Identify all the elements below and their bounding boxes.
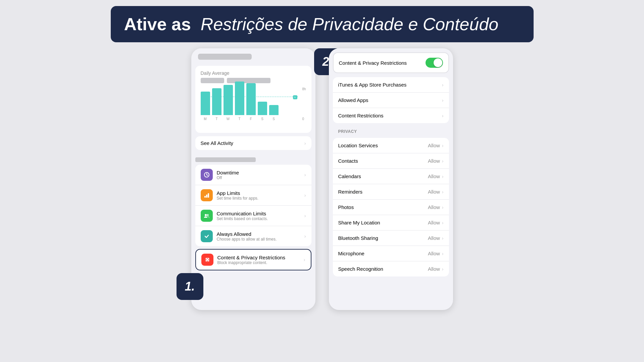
list-item-always-allowed[interactable]: Always Allowed Choose apps to allow at a…: [195, 226, 311, 246]
list-item-app-limits[interactable]: App Limits Set time limits for apps. ›: [195, 185, 311, 206]
svg-point-4: [205, 214, 207, 216]
right-item-bluetooth[interactable]: Bluetooth Sharing Allow ›: [333, 230, 449, 246]
content-restrictions-chevron-icon: ›: [442, 113, 444, 118]
app-limits-icon: [201, 189, 213, 201]
microphone-chevron-icon: ›: [442, 251, 444, 256]
itunes-label: iTunes & App Store Purchases: [338, 82, 442, 88]
location-value: Allow: [428, 143, 440, 148]
bar-t1: T: [212, 88, 221, 121]
speech-label: Speech Recognition: [338, 266, 428, 272]
bar-value-s1: [258, 102, 267, 115]
phone-header: [191, 48, 315, 66]
left-panel-container: Daily Average 8h 0 ≈ M: [191, 48, 315, 310]
communication-chevron-icon: ›: [304, 213, 306, 218]
bar-value-t1: [212, 88, 221, 115]
app-limits-text: App Limits Set time limits for apps.: [217, 190, 304, 201]
bar-t2: T: [235, 82, 244, 121]
section-blur-bar: [195, 157, 256, 162]
reminders-label: Reminders: [338, 189, 428, 195]
app-limits-title: App Limits: [217, 190, 304, 196]
itunes-chevron-icon: ›: [442, 82, 444, 88]
share-location-value: Allow: [428, 220, 440, 225]
see-all-activity-row[interactable]: See All Activity ›: [195, 136, 311, 150]
bluetooth-value: Allow: [428, 235, 440, 241]
chart-avg-badge: ≈: [293, 95, 297, 99]
allowed-apps-label: Allowed Apps: [338, 97, 442, 103]
downtime-subtitle: Off: [217, 175, 304, 180]
communication-text: Communication Limits Set limits based on…: [217, 211, 304, 221]
list-item-communication[interactable]: Communication Limits Set limits based on…: [195, 206, 311, 226]
bar-label-t1: T: [215, 117, 217, 121]
spacer-1: [191, 133, 315, 136]
always-allowed-title: Always Allowed: [217, 231, 304, 237]
bar-label-f: F: [250, 117, 252, 121]
right-item-itunes[interactable]: iTunes & App Store Purchases ›: [333, 77, 449, 93]
y-label-bottom: 0: [302, 117, 306, 121]
bar-value-s2: [269, 105, 279, 115]
bar-label-m: M: [204, 117, 206, 121]
right-item-allowed-apps[interactable]: Allowed Apps ›: [333, 93, 449, 108]
main-panels: Daily Average 8h 0 ≈ M: [191, 48, 453, 310]
chart-dashed-line: [201, 97, 298, 97]
content-privacy-text: Content & Privacy Restrictions Block ina…: [217, 255, 304, 265]
bar-s1: S: [258, 102, 267, 121]
content-privacy-title: Content & Privacy Restrictions: [217, 255, 304, 260]
svg-rect-3: [208, 193, 209, 198]
content-privacy-subtitle: Block inappropriate content.: [217, 260, 304, 265]
right-item-share-location[interactable]: Share My Location Allow ›: [333, 215, 449, 230]
communication-subtitle: Set limits based on contacts.: [217, 216, 304, 221]
right-item-location[interactable]: Location Services Allow ›: [333, 138, 449, 153]
always-allowed-subtitle: Choose apps to allow at all times.: [217, 237, 304, 242]
right-section-privacy: Location Services Allow › Contacts Allow…: [333, 138, 449, 276]
bluetooth-chevron-icon: ›: [442, 236, 444, 241]
reminders-value: Allow: [428, 189, 440, 195]
right-item-speech[interactable]: Speech Recognition Allow ›: [333, 261, 449, 276]
photos-chevron-icon: ›: [442, 205, 444, 210]
allowed-apps-chevron-icon: ›: [442, 98, 444, 103]
downtime-icon: [201, 169, 213, 181]
list-section-main: Downtime Off › App Limit: [195, 165, 311, 246]
photos-label: Photos: [338, 204, 428, 210]
list-item-content-privacy[interactable]: Content & Privacy Restrictions Block ina…: [195, 249, 311, 270]
microphone-value: Allow: [428, 251, 440, 256]
share-location-label: Share My Location: [338, 220, 428, 225]
photos-value: Allow: [428, 204, 440, 210]
header-banner: Ative as Restrições de Privacidade e Con…: [111, 6, 534, 42]
right-phone-panel: Content & Privacy Restrictions iTunes & …: [329, 48, 453, 310]
content-restrictions-label: Content Restrictions: [338, 113, 442, 118]
y-label-top: 8h: [302, 87, 306, 91]
right-item-content-restrictions[interactable]: Content Restrictions ›: [333, 108, 449, 123]
bar-chart: 8h 0 ≈ M T W: [201, 87, 306, 127]
bar-label-t2: T: [238, 117, 240, 121]
downtime-title: Downtime: [217, 170, 304, 175]
privacy-section-label: PRIVACY: [329, 126, 453, 135]
header-blur-bar: [198, 54, 252, 60]
right-item-contacts[interactable]: Contacts Allow ›: [333, 153, 449, 169]
bar-value-w: [224, 85, 233, 115]
right-panel-container: 2. Content & Privacy Restrictions iTunes…: [329, 48, 453, 310]
content-privacy-toggle[interactable]: [426, 58, 443, 68]
app-limits-subtitle: Set time limits for apps.: [217, 196, 304, 201]
daily-average-label: Daily Average: [201, 70, 306, 76]
communication-title: Communication Limits: [217, 211, 304, 216]
content-privacy-chevron-icon: ›: [304, 257, 305, 262]
bar-label-s1: S: [261, 117, 263, 121]
right-item-calendars[interactable]: Calendars Allow ›: [333, 169, 449, 184]
share-location-chevron-icon: ›: [442, 220, 444, 225]
downtime-text: Downtime Off: [217, 170, 304, 180]
calendars-value: Allow: [428, 173, 440, 179]
list-item-downtime[interactable]: Downtime Off ›: [195, 165, 311, 185]
contacts-value: Allow: [428, 158, 440, 164]
blur-block-1: [201, 78, 224, 83]
spacer-2: [191, 150, 315, 153]
right-item-microphone[interactable]: Microphone Allow ›: [333, 246, 449, 261]
bar-s2: S: [269, 105, 279, 121]
contacts-chevron-icon: ›: [442, 158, 444, 164]
location-label: Location Services: [338, 143, 428, 148]
svg-rect-1: [204, 196, 206, 198]
chart-card: Daily Average 8h 0 ≈ M: [195, 66, 311, 133]
right-item-photos[interactable]: Photos Allow ›: [333, 200, 449, 215]
calendars-chevron-icon: ›: [442, 174, 444, 179]
bar-value-f: [246, 83, 256, 115]
right-item-reminders[interactable]: Reminders Allow ›: [333, 184, 449, 200]
